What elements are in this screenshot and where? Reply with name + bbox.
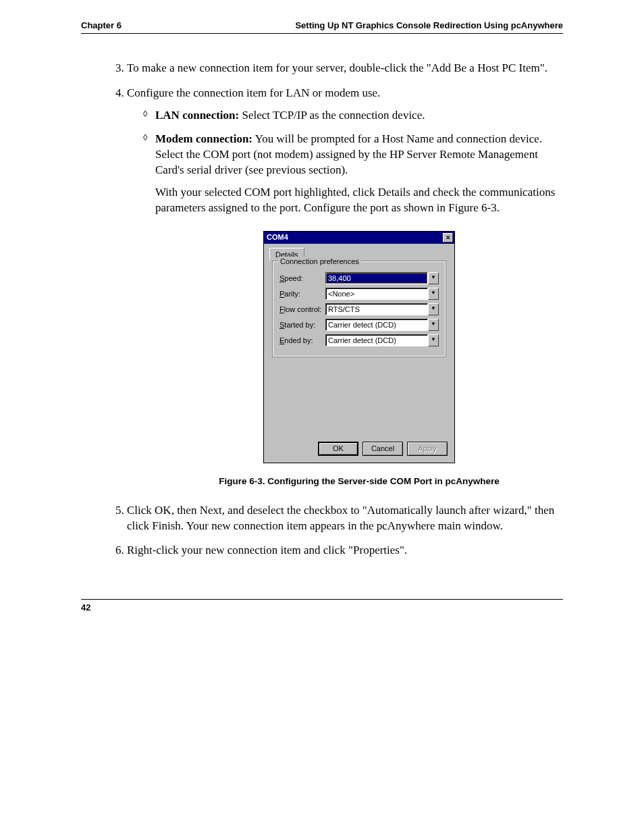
- chevron-down-icon[interactable]: ▼: [428, 288, 439, 300]
- started-value[interactable]: Carrier detect (DCD): [325, 319, 428, 331]
- sub-item-modem: Modem connection: You will be prompted f…: [143, 132, 563, 488]
- com4-dialog: COM4 ✕ Details Connection preferences: [263, 231, 455, 464]
- cancel-button[interactable]: Cancel: [363, 442, 403, 456]
- lan-text: Select TCP/IP as the connection device.: [239, 109, 425, 122]
- header-right: Setting Up NT Graphics Console Redirecti…: [295, 20, 563, 30]
- started-row: Started by: Carrier detect (DCD) ▼: [279, 319, 439, 331]
- chevron-down-icon[interactable]: ▼: [428, 272, 439, 284]
- chevron-down-icon[interactable]: ▼: [428, 303, 439, 315]
- ended-row: Ended by: Carrier detect (DCD) ▼: [279, 334, 439, 346]
- ended-value[interactable]: Carrier detect (DCD): [325, 334, 428, 346]
- connection-preferences-group: Connection preferences Speed: 38,400 ▼: [272, 261, 446, 357]
- item5-text: Click OK, then Next, and deselect the ch…: [127, 504, 554, 532]
- parity-value[interactable]: <None>: [325, 288, 428, 300]
- ended-combo[interactable]: Carrier detect (DCD) ▼: [325, 334, 439, 346]
- list-item-6: Right-click your new connection item and…: [127, 543, 563, 558]
- flow-combo[interactable]: RTS/CTS ▼: [325, 303, 439, 315]
- speed-value[interactable]: 38,400: [325, 272, 428, 284]
- chevron-down-icon[interactable]: ▼: [428, 334, 439, 346]
- dialog-titlebar: COM4 ✕: [264, 232, 454, 244]
- list-item-5: Click OK, then Next, and deselect the ch…: [127, 503, 563, 534]
- ended-label: Ended by:: [279, 336, 325, 346]
- flow-label: Flow control:: [279, 305, 325, 315]
- sub-item-lan: LAN connection: Select TCP/IP as the con…: [143, 108, 563, 124]
- item4-text: Configure the connection item for LAN or…: [127, 86, 380, 99]
- page-number: 42: [81, 602, 90, 613]
- parity-row: Parity: <None> ▼: [279, 288, 439, 300]
- instruction-list: To make a new connection item for your s…: [108, 61, 563, 558]
- speed-combo[interactable]: 38,400 ▼: [325, 272, 439, 284]
- page-footer: 42: [81, 599, 563, 613]
- close-icon[interactable]: ✕: [443, 233, 453, 242]
- item6-text: Right-click your new connection item and…: [127, 544, 407, 556]
- page-header: Chapter 6 Setting Up NT Graphics Console…: [81, 20, 563, 34]
- modem-para2: With your selected COM port highlighted,…: [155, 185, 563, 216]
- dialog-button-row: OK Cancel Apply: [264, 442, 454, 463]
- list-item-3: To make a new connection item for your s…: [127, 61, 563, 76]
- speed-label: Speed:: [279, 273, 325, 284]
- parity-combo[interactable]: <None> ▼: [325, 288, 439, 300]
- ok-button[interactable]: OK: [318, 442, 358, 456]
- apply-button: Apply: [407, 442, 448, 456]
- flow-row: Flow control: RTS/CTS ▼: [279, 303, 439, 315]
- modem-label: Modem connection:: [155, 132, 252, 145]
- header-left: Chapter 6: [81, 20, 122, 30]
- figure-wrap: COM4 ✕ Details Connection preferences: [155, 231, 563, 464]
- started-label: Started by:: [279, 320, 325, 330]
- speed-row: Speed: 38,400 ▼: [279, 272, 439, 284]
- document-page: Chapter 6 Setting Up NT Graphics Console…: [0, 0, 644, 653]
- lan-label: LAN connection:: [155, 109, 239, 122]
- body-content: To make a new connection item for your s…: [108, 61, 563, 558]
- dialog-title: COM4: [267, 232, 288, 242]
- item3-text: To make a new connection item for your s…: [127, 61, 547, 74]
- list-item-4: Configure the connection item for LAN or…: [127, 86, 563, 488]
- dialog-spacer: [264, 364, 454, 442]
- flow-value[interactable]: RTS/CTS: [325, 303, 428, 315]
- group-label: Connection preferences: [278, 257, 361, 267]
- figure-caption: Figure 6-3. Configuring the Server-side …: [155, 475, 563, 488]
- chevron-down-icon[interactable]: ▼: [428, 319, 439, 331]
- started-combo[interactable]: Carrier detect (DCD) ▼: [325, 319, 439, 331]
- sub-list: LAN connection: Select TCP/IP as the con…: [127, 108, 563, 488]
- parity-label: Parity:: [279, 289, 325, 299]
